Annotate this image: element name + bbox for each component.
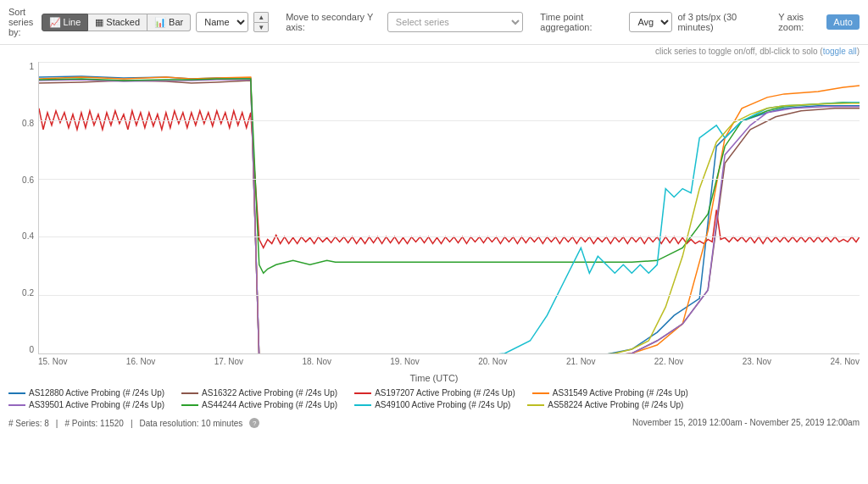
legend-color-as58224 [527, 404, 544, 406]
legend-color-as12880 [8, 392, 25, 394]
legend-color-as197207 [354, 392, 371, 394]
legend-color-as31549 [532, 392, 549, 394]
chart-type-buttons: 📈 Line ▦ Stacked 📊 Bar [42, 14, 192, 31]
date-range: November 15, 2019 12:00am - November 25,… [632, 418, 860, 428]
series-as49100[interactable] [39, 103, 860, 353]
sort-up-button[interactable]: ▲ [253, 12, 269, 22]
legend-row-2: AS39501 Active Probing (# /24s Up) AS442… [8, 400, 860, 409]
sort-series-group: Sort series by: 📈 Line ▦ Stacked 📊 Bar N… [8, 7, 269, 37]
legend-color-as16322 [181, 392, 198, 394]
chart-container: 1 0.8 0.6 0.4 0.2 0 [0, 58, 868, 371]
sort-arrows: ▲ ▼ [253, 12, 269, 32]
help-icon[interactable]: ? [249, 418, 259, 428]
stacked-icon: ▦ [95, 17, 103, 28]
secondary-y-select[interactable]: Select series [387, 12, 523, 32]
y-axis: 1 0.8 0.6 0.4 0.2 0 [0, 58, 38, 371]
auto-button[interactable]: Auto [826, 14, 860, 30]
sort-label: Sort series by: [8, 7, 36, 37]
grid-line-60 [39, 179, 860, 180]
secondary-y-group: Move to secondary Y axis: Select series [286, 12, 523, 32]
legend-item-as31549[interactable]: AS31549 Active Probing (# /24s Up) [532, 388, 688, 398]
series-as44244[interactable] [39, 79, 860, 273]
secondary-y-label: Move to secondary Y axis: [286, 12, 382, 32]
legend-row-1: AS12880 Active Probing (# /24s Up) AS163… [8, 388, 860, 398]
series-as31549[interactable] [39, 77, 860, 353]
line-button[interactable]: 📈 Line [42, 14, 89, 31]
legend-item-as44244[interactable]: AS44244 Active Probing (# /24s Up) [181, 400, 337, 409]
footer-info: # Series: 8 | # Points: 11520 | Data res… [8, 418, 259, 428]
grid-line-20 [39, 295, 860, 296]
y-zoom-label: Y axis zoom: [778, 12, 821, 32]
y-zoom-group: Y axis zoom: Auto [778, 12, 860, 32]
legend-color-as44244 [181, 404, 198, 406]
grid-line-40 [39, 236, 860, 237]
series-count: # Series: 8 [8, 419, 49, 428]
legend-color-as39501 [8, 404, 25, 406]
points-count: # Points: 11520 [64, 419, 124, 428]
bar-button[interactable]: 📊 Bar [147, 14, 191, 31]
sort-down-button[interactable]: ▼ [253, 22, 269, 32]
legend-item-as16322[interactable]: AS16322 Active Probing (# /24s Up) [181, 388, 337, 398]
legend-color-as49100 [354, 404, 371, 406]
toggle-all-link[interactable]: toggle all [823, 47, 857, 56]
toolbar: Sort series by: 📈 Line ▦ Stacked 📊 Bar N… [0, 0, 868, 45]
legend-item-as39501[interactable]: AS39501 Active Probing (# /24s Up) [8, 400, 164, 409]
legend-item-as12880[interactable]: AS12880 Active Probing (# /24s Up) [8, 388, 164, 398]
legend-item-as197207[interactable]: AS197207 Active Probing (# /24s Up) [354, 388, 515, 398]
legend-item-as49100[interactable]: AS49100 Active Probing (# /24s Up) [354, 400, 510, 409]
resolution-info: Data resolution: 10 minutes [140, 419, 243, 428]
sort-select[interactable]: Name [196, 12, 248, 32]
toggle-hint: click series to toggle on/off, dbl-click… [0, 45, 868, 58]
legend-item-as58224[interactable]: AS58224 Active Probing (# /24s Up) [527, 400, 683, 409]
line-icon: 📈 [49, 17, 61, 28]
bar-icon: 📊 [154, 17, 166, 28]
grid-line-top [39, 62, 860, 63]
x-axis: 15. Nov 16. Nov 17. Nov 18. Nov 19. Nov … [38, 354, 860, 371]
legend: AS12880 Active Probing (# /24s Up) AS163… [0, 383, 868, 414]
chart-plot [38, 62, 860, 354]
agg-info: of 3 pts/px (30 minutes) [677, 12, 761, 32]
x-axis-title: Time (UTC) [0, 373, 868, 383]
time-agg-label: Time point aggregation: [540, 12, 624, 32]
chart-svg [39, 62, 860, 353]
time-agg-group: Time point aggregation: Avg of 3 pts/px … [540, 12, 761, 32]
footer: # Series: 8 | # Points: 11520 | Data res… [0, 414, 868, 431]
grid-line-80 [39, 120, 860, 121]
stacked-button[interactable]: ▦ Stacked [88, 14, 147, 31]
agg-select[interactable]: Avg [629, 12, 672, 32]
